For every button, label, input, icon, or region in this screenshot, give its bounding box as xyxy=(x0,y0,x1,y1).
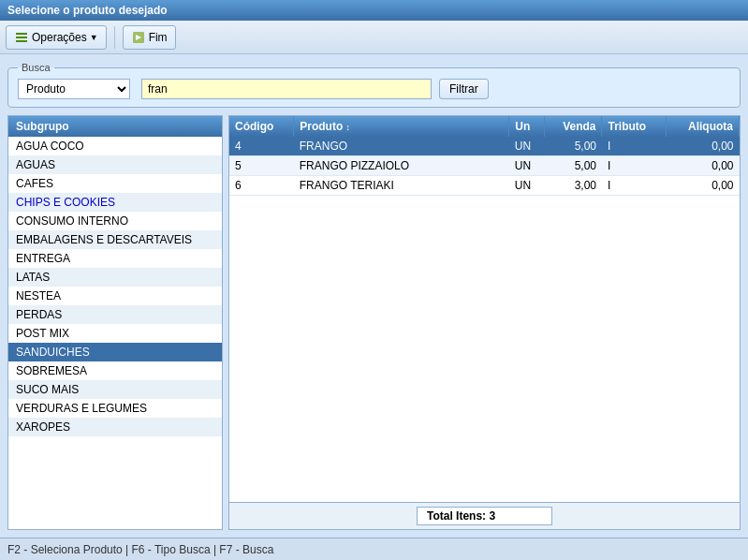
subgroup-item[interactable]: SUCO MAIS xyxy=(8,380,222,399)
cell-aliquota: 0,00 xyxy=(667,176,740,196)
cell-produto: FRANGO PIZZAIOLO xyxy=(294,156,509,176)
table-row[interactable]: 6 FRANGO TERIAKI UN 3,00 I 0,00 xyxy=(229,176,740,196)
subgroup-item[interactable]: VERDURAS E LEGUMES xyxy=(8,399,222,418)
subgroup-item[interactable]: POST MIX xyxy=(8,324,222,343)
subgroup-header: Subgrupo xyxy=(8,116,222,137)
subgroup-item[interactable]: LATAS xyxy=(8,268,222,287)
cell-tributo: I xyxy=(602,176,667,196)
cell-aliquota: 0,00 xyxy=(667,137,740,156)
operations-chevron-icon: ▼ xyxy=(90,33,98,42)
end-label: Fim xyxy=(149,31,168,44)
end-button[interactable]: Fim xyxy=(123,25,176,50)
cell-produto: FRANGO xyxy=(294,137,509,156)
operations-icon xyxy=(14,30,29,45)
table-wrapper: Código Produto ↕ Un Venda Tributo Aliquo… xyxy=(229,116,740,502)
subgroup-item[interactable]: AGUAS xyxy=(8,155,222,174)
subgroup-item[interactable]: SANDUICHES xyxy=(8,343,222,361)
col-un: Un xyxy=(509,116,544,137)
cell-venda: 5,00 xyxy=(544,156,602,176)
cell-tributo: I xyxy=(602,137,667,156)
statusbar: F2 - Seleciona Produto | F6 - Tipo Busca… xyxy=(0,538,748,560)
table-header-row: Código Produto ↕ Un Venda Tributo Aliquo… xyxy=(229,116,740,137)
cell-un: UN xyxy=(509,156,544,176)
table-row[interactable]: 4 FRANGO UN 5,00 I 0,00 xyxy=(229,137,740,156)
total-label: Total Itens: 3 xyxy=(417,507,552,525)
col-codigo: Código xyxy=(229,116,294,137)
cell-produto: FRANGO TERIAKI xyxy=(294,176,509,196)
subgroup-item[interactable]: XAROPES xyxy=(8,418,222,436)
svg-rect-0 xyxy=(16,33,27,35)
toolbar: Operações ▼ Fim xyxy=(0,21,748,54)
product-table: Código Produto ↕ Un Venda Tributo Aliquo… xyxy=(229,116,740,196)
search-group: Busca ProdutoCódigoDescrição Filtrar xyxy=(7,62,741,108)
col-tributo: Tributo xyxy=(602,116,667,137)
filter-button[interactable]: Filtrar xyxy=(439,79,489,99)
svg-rect-2 xyxy=(16,40,27,42)
cell-codigo: 6 xyxy=(229,176,294,196)
toolbar-divider xyxy=(114,26,115,49)
subgroup-item[interactable]: CAFES xyxy=(8,174,222,193)
col-aliquota: Aliquota xyxy=(667,116,740,137)
search-type-select[interactable]: ProdutoCódigoDescrição xyxy=(18,79,130,99)
product-tbody: 4 FRANGO UN 5,00 I 0,00 5 FRANGO PIZZAIO… xyxy=(229,137,740,196)
col-produto: Produto ↕ xyxy=(294,116,509,137)
search-legend: Busca xyxy=(18,62,54,73)
table-row[interactable]: 5 FRANGO PIZZAIOLO UN 5,00 I 0,00 xyxy=(229,156,740,176)
subgroup-item[interactable]: AGUA COCO xyxy=(8,137,222,155)
subgroup-item[interactable]: PERDAS xyxy=(8,305,222,324)
operations-label: Operações xyxy=(32,31,87,44)
search-input[interactable] xyxy=(141,79,432,99)
cell-venda: 3,00 xyxy=(544,176,602,196)
subgroup-item[interactable]: NESTEA xyxy=(8,287,222,305)
subgroup-item[interactable]: EMBALAGENS E DESCARTAVEIS xyxy=(8,230,222,249)
content-area: Subgrupo AGUA COCOAGUASCAFESCHIPS E COOK… xyxy=(7,115,741,530)
subgroup-list: AGUA COCOAGUASCAFESCHIPS E COOKIESCONSUM… xyxy=(8,137,222,436)
titlebar: Selecione o produto desejado xyxy=(0,0,748,21)
cell-un: UN xyxy=(509,176,544,196)
operations-button[interactable]: Operações ▼ xyxy=(6,25,107,50)
end-icon xyxy=(131,30,146,45)
subgroup-item[interactable]: CHIPS E COOKIES xyxy=(8,193,222,212)
cell-codigo: 4 xyxy=(229,137,294,156)
main-area: Busca ProdutoCódigoDescrição Filtrar Sub… xyxy=(0,54,748,538)
subgroup-item[interactable]: ENTREGA xyxy=(8,249,222,268)
cell-aliquota: 0,00 xyxy=(667,156,740,176)
cell-venda: 5,00 xyxy=(544,137,602,156)
cell-un: UN xyxy=(509,137,544,156)
subgroup-item[interactable]: SOBREMESA xyxy=(8,361,222,380)
subgroup-item[interactable]: CONSUMO INTERNO xyxy=(8,212,222,230)
titlebar-text: Selecione o produto desejado xyxy=(7,4,168,17)
cell-codigo: 5 xyxy=(229,156,294,176)
statusbar-text: F2 - Seleciona Produto | F6 - Tipo Busca… xyxy=(7,543,273,556)
total-bar: Total Itens: 3 xyxy=(229,502,740,529)
cell-tributo: I xyxy=(602,156,667,176)
col-venda: Venda xyxy=(544,116,602,137)
subgroup-panel: Subgrupo AGUA COCOAGUASCAFESCHIPS E COOK… xyxy=(7,115,223,530)
product-panel: Código Produto ↕ Un Venda Tributo Aliquo… xyxy=(228,115,741,530)
svg-rect-1 xyxy=(16,37,27,38)
